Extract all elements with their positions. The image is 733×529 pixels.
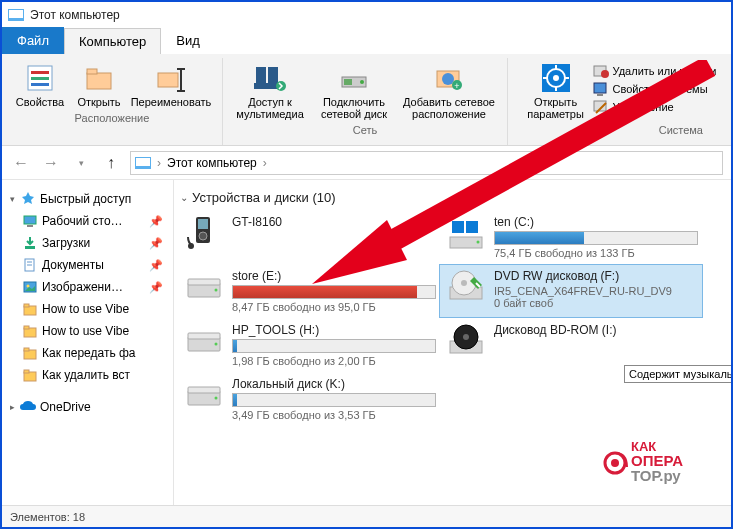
window-title: Этот компьютер [30, 8, 120, 22]
svg-rect-71 [188, 387, 220, 393]
drive-item[interactable]: DVD RW дисковод (F:)IR5_CENA_X64FREV_RU-… [440, 265, 702, 317]
sidebar: ▾ Быстрый доступ Рабочий сто…📌Загрузки📌Д… [2, 180, 174, 505]
onedrive-label: OneDrive [40, 400, 91, 414]
sysprops-icon [593, 81, 609, 97]
desktop-icon [22, 213, 38, 229]
capacity-bar [494, 231, 698, 245]
settings-icon [540, 62, 572, 94]
onedrive-icon [20, 399, 36, 415]
group-network-label: Сеть [353, 124, 377, 138]
title-bar: Этот компьютер [2, 2, 731, 28]
pin-icon: 📌 [149, 215, 163, 228]
svg-rect-9 [177, 90, 185, 92]
sidebar-item[interactable]: Как передать фа [2, 342, 173, 364]
svg-rect-65 [188, 333, 220, 339]
drive-name: Локальный диск (K:) [232, 377, 436, 391]
status-bar: Элементов: 18 [2, 505, 731, 527]
sysprops-button[interactable]: Свойства системы [593, 81, 717, 97]
svg-point-72 [215, 397, 218, 400]
uninstall-icon [593, 63, 609, 79]
svg-point-23 [553, 75, 559, 81]
svg-point-29 [601, 70, 609, 78]
drive-item[interactable]: HP_TOOLS (H:)1,98 ГБ свободно из 2,00 ГБ [178, 319, 440, 371]
drive-icon [444, 323, 488, 361]
drive-item[interactable]: GT-I8160 [178, 211, 440, 263]
rename-icon [155, 62, 187, 94]
address-bar: ← → ▾ ↑ › Этот компьютер › [2, 146, 731, 180]
open-button[interactable]: Открыть [74, 60, 124, 110]
drive-name: ten (C:) [494, 215, 698, 229]
drives-grid: GT-I8160ten (C:)75,4 ГБ свободно из 133 … [178, 211, 727, 427]
add-network-icon: + [433, 62, 465, 94]
sidebar-item[interactable]: Рабочий сто…📌 [2, 210, 173, 232]
watermark: КАК ОПЕРА ТОР.ру [601, 429, 711, 485]
add-network-button[interactable]: + Добавить сетевое расположение [399, 60, 499, 122]
drive-item[interactable]: store (E:)8,47 ГБ свободно из 95,0 ГБ [178, 265, 440, 317]
svg-rect-31 [597, 94, 603, 96]
tooltip: Содержит музыкальны [624, 365, 733, 383]
pin-icon: 📌 [149, 281, 163, 294]
svg-rect-48 [24, 370, 29, 373]
sidebar-item-label: Изображени… [42, 280, 123, 294]
svg-point-16 [360, 80, 364, 84]
section-title: Устройства и диски (10) [192, 190, 336, 205]
nav-up-button[interactable]: ↑ [100, 152, 122, 174]
sidebar-item[interactable]: Документы📌 [2, 254, 173, 276]
svg-rect-7 [180, 69, 182, 91]
drive-free: 0 байт своб [494, 297, 698, 309]
nav-recent-button[interactable]: ▾ [70, 152, 92, 174]
quick-access-label: Быстрый доступ [40, 192, 131, 206]
properties-button[interactable]: Свойства [10, 60, 70, 110]
sidebar-item-label: Документы [42, 258, 104, 272]
sidebar-item[interactable]: How to use Vibe [2, 298, 173, 320]
drive-name: HP_TOOLS (H:) [232, 323, 436, 337]
sidebar-onedrive[interactable]: ▸ OneDrive [2, 396, 173, 418]
capacity-bar [232, 285, 436, 299]
pc-icon [135, 157, 151, 169]
rename-button[interactable]: Переименовать [128, 60, 214, 110]
svg-rect-3 [31, 83, 49, 86]
ribbon-group-location: Свойства Открыть Переименовать Расположе… [2, 58, 223, 145]
svg-point-51 [199, 232, 207, 240]
section-header[interactable]: ⌄ Устройства и диски (10) [180, 190, 727, 205]
sidebar-item[interactable]: How to use Vibe [2, 320, 173, 342]
drive-item[interactable]: ten (C:)75,4 ГБ свободно из 133 ГБ [440, 211, 702, 263]
drive-name: DVD RW дисковод (F:) [494, 269, 698, 283]
tab-file[interactable]: Файл [2, 27, 64, 54]
capacity-bar [232, 393, 436, 407]
nav-back-button[interactable]: ← [10, 152, 32, 174]
folder-icon [22, 323, 38, 339]
drive-item[interactable]: Дисковод BD-ROM (I:) [440, 319, 702, 371]
drive-item[interactable]: Локальный диск (K:)3,49 ГБ свободно из 3… [178, 373, 440, 425]
map-drive-button[interactable]: Подключить сетевой диск [313, 60, 395, 122]
manage-button[interactable]: Управление [593, 99, 717, 115]
ribbon: Свойства Открыть Переименовать Расположе… [2, 54, 731, 146]
svg-rect-44 [24, 326, 29, 329]
open-settings-button[interactable]: Открыть параметры [523, 60, 589, 122]
svg-point-63 [461, 280, 467, 286]
svg-rect-46 [24, 348, 29, 351]
svg-rect-33 [24, 216, 36, 224]
sidebar-quick-access[interactable]: ▾ Быстрый доступ [2, 188, 173, 210]
uninstall-button[interactable]: Удалить или измени [593, 63, 717, 79]
group-system-label: Система [659, 124, 703, 138]
map-drive-icon [338, 62, 370, 94]
ribbon-group-network: Доступ к мультимедиа Подключить сетевой … [223, 58, 508, 145]
tab-view[interactable]: Вид [161, 27, 215, 54]
svg-text:ТОР.ру: ТОР.ру [631, 467, 681, 484]
svg-rect-2 [31, 77, 49, 80]
sidebar-item[interactable]: Загрузки📌 [2, 232, 173, 254]
nav-forward-button[interactable]: → [40, 152, 62, 174]
tab-computer[interactable]: Компьютер [64, 28, 161, 54]
chevron-down-icon: ▾ [10, 194, 20, 204]
pin-icon: 📌 [149, 259, 163, 272]
media-access-button[interactable]: Доступ к мультимедиа [231, 60, 309, 122]
group-location-label: Расположение [75, 112, 150, 126]
address-box[interactable]: › Этот компьютер › [130, 151, 723, 175]
sidebar-item[interactable]: Как удалить вст [2, 364, 173, 386]
svg-rect-50 [198, 219, 208, 229]
image-icon [22, 279, 38, 295]
sidebar-item[interactable]: Изображени…📌 [2, 276, 173, 298]
ribbon-tabs: Файл Компьютер Вид [2, 28, 731, 54]
svg-point-57 [477, 241, 480, 244]
